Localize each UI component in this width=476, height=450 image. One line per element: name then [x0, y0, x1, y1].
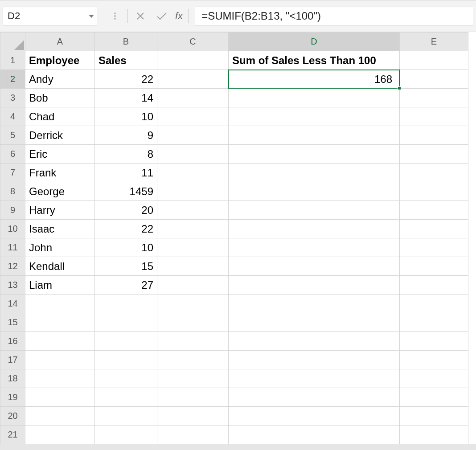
- cell-E14[interactable]: [400, 295, 468, 313]
- row-header-20[interactable]: 20: [0, 407, 25, 425]
- cell-B5[interactable]: 9: [95, 126, 157, 145]
- cell-E4[interactable]: [400, 107, 468, 126]
- row-header-2[interactable]: 2: [0, 70, 25, 89]
- cell-D15[interactable]: [229, 313, 400, 332]
- cell-D10[interactable]: [229, 220, 400, 238]
- cell-E6[interactable]: [400, 145, 468, 164]
- cell-B9[interactable]: 20: [95, 201, 157, 220]
- cell-E10[interactable]: [400, 220, 468, 238]
- select-all-corner[interactable]: [0, 33, 25, 51]
- cell-B3[interactable]: 14: [95, 89, 157, 107]
- cell-A13[interactable]: Liam: [25, 276, 95, 295]
- cancel-icon[interactable]: [130, 7, 151, 25]
- row-header-16[interactable]: 16: [0, 332, 25, 351]
- cell-B16[interactable]: [95, 332, 157, 351]
- cell-A17[interactable]: [25, 351, 95, 369]
- cell-D19[interactable]: [229, 388, 400, 407]
- cell-B4[interactable]: 10: [95, 107, 157, 126]
- row-header-4[interactable]: 4: [0, 107, 25, 126]
- cell-A1[interactable]: Employee: [25, 51, 95, 70]
- cell-B14[interactable]: [95, 295, 157, 313]
- cell-A14[interactable]: [25, 295, 95, 313]
- cell-D20[interactable]: [229, 407, 400, 425]
- cell-D7[interactable]: [229, 164, 400, 182]
- cell-A11[interactable]: John: [25, 238, 95, 257]
- cell-A9[interactable]: Harry: [25, 201, 95, 220]
- cell-C16[interactable]: [157, 332, 229, 351]
- cell-B8[interactable]: 1459: [95, 182, 157, 201]
- cell-B21[interactable]: [95, 425, 157, 444]
- cell-B13[interactable]: 27: [95, 276, 157, 295]
- cell-B2[interactable]: 22: [95, 70, 157, 89]
- cell-D1[interactable]: Sum of Sales Less Than 100: [229, 51, 400, 70]
- cell-E2[interactable]: [400, 70, 468, 89]
- cell-C3[interactable]: [157, 89, 229, 107]
- cell-C18[interactable]: [157, 369, 229, 388]
- cell-D21[interactable]: [229, 425, 400, 444]
- cell-B1[interactable]: Sales: [95, 51, 157, 70]
- spreadsheet-grid[interactable]: A B C D E 1EmployeeSalesSum of Sales Les…: [0, 32, 476, 444]
- chevron-down-icon[interactable]: [89, 15, 94, 18]
- cell-E18[interactable]: [400, 369, 468, 388]
- cell-C4[interactable]: [157, 107, 229, 126]
- row-header-10[interactable]: 10: [0, 220, 25, 238]
- cell-A5[interactable]: Derrick: [25, 126, 95, 145]
- cell-B19[interactable]: [95, 388, 157, 407]
- row-header-6[interactable]: 6: [0, 145, 25, 164]
- cell-C13[interactable]: [157, 276, 229, 295]
- cell-C10[interactable]: [157, 220, 229, 238]
- cell-C6[interactable]: [157, 145, 229, 164]
- cell-D2[interactable]: 168: [229, 70, 400, 89]
- cell-E20[interactable]: [400, 407, 468, 425]
- cell-B11[interactable]: 10: [95, 238, 157, 257]
- cell-D14[interactable]: [229, 295, 400, 313]
- cell-C19[interactable]: [157, 388, 229, 407]
- row-header-11[interactable]: 11: [0, 238, 25, 257]
- cell-D11[interactable]: [229, 238, 400, 257]
- col-header-A[interactable]: A: [25, 33, 95, 51]
- row-header-18[interactable]: 18: [0, 369, 25, 388]
- col-header-B[interactable]: B: [95, 33, 157, 51]
- row-header-1[interactable]: 1: [0, 51, 25, 70]
- cell-D8[interactable]: [229, 182, 400, 201]
- cell-C5[interactable]: [157, 126, 229, 145]
- cell-A20[interactable]: [25, 407, 95, 425]
- cell-D9[interactable]: [229, 201, 400, 220]
- cell-A15[interactable]: [25, 313, 95, 332]
- cell-E15[interactable]: [400, 313, 468, 332]
- cell-D17[interactable]: [229, 351, 400, 369]
- col-header-D[interactable]: D: [229, 33, 400, 51]
- cell-E7[interactable]: [400, 164, 468, 182]
- row-header-17[interactable]: 17: [0, 351, 25, 369]
- cell-C21[interactable]: [157, 425, 229, 444]
- cell-D13[interactable]: [229, 276, 400, 295]
- cell-A19[interactable]: [25, 388, 95, 407]
- cell-A16[interactable]: [25, 332, 95, 351]
- cell-C1[interactable]: [157, 51, 229, 70]
- col-header-E[interactable]: E: [400, 33, 468, 51]
- cell-B6[interactable]: 8: [95, 145, 157, 164]
- row-header-7[interactable]: 7: [0, 164, 25, 182]
- fx-icon[interactable]: fx: [175, 10, 183, 22]
- cell-E11[interactable]: [400, 238, 468, 257]
- cell-C2[interactable]: [157, 70, 229, 89]
- cell-A10[interactable]: Isaac: [25, 220, 95, 238]
- cell-A6[interactable]: Eric: [25, 145, 95, 164]
- row-header-3[interactable]: 3: [0, 89, 25, 107]
- row-header-19[interactable]: 19: [0, 388, 25, 407]
- cell-D3[interactable]: [229, 89, 400, 107]
- cell-B20[interactable]: [95, 407, 157, 425]
- cell-C14[interactable]: [157, 295, 229, 313]
- cell-E8[interactable]: [400, 182, 468, 201]
- row-header-21[interactable]: 21: [0, 425, 25, 444]
- cell-B7[interactable]: 11: [95, 164, 157, 182]
- col-header-C[interactable]: C: [157, 33, 229, 51]
- cell-D12[interactable]: [229, 257, 400, 276]
- cell-A8[interactable]: George: [25, 182, 95, 201]
- cell-A2[interactable]: Andy: [25, 70, 95, 89]
- row-header-15[interactable]: 15: [0, 313, 25, 332]
- cell-D18[interactable]: [229, 369, 400, 388]
- cell-C7[interactable]: [157, 164, 229, 182]
- cell-A21[interactable]: [25, 425, 95, 444]
- name-box[interactable]: D2: [3, 7, 97, 25]
